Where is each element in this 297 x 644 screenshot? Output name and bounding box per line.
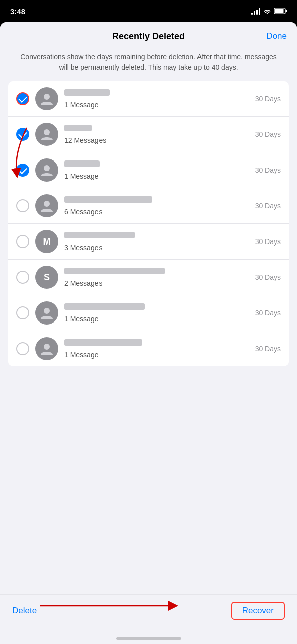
svg-point-3 [44, 94, 50, 100]
status-bar: 3:48 [0, 0, 297, 22]
conv-message-count: 6 Messages [64, 208, 255, 216]
checkbox[interactable] [16, 342, 29, 355]
conv-message-count: 1 Message [64, 315, 255, 323]
avatar: S [35, 266, 58, 289]
delete-button[interactable]: Delete [12, 606, 37, 616]
conv-info: 1 Message [64, 303, 255, 323]
conv-message-count: 1 Message [64, 351, 255, 359]
checkbox[interactable] [16, 199, 29, 212]
conv-days: 30 Days [255, 237, 281, 246]
conv-info: 1 Message [64, 89, 255, 109]
avatar: M [35, 230, 58, 253]
avatar [35, 337, 58, 360]
conv-days: 30 Days [255, 166, 281, 174]
conv-days: 30 Days [255, 95, 281, 103]
svg-point-5 [44, 165, 50, 171]
annotation-arrow-recover [40, 596, 181, 616]
conv-info: 2 Messages [64, 268, 255, 287]
time: 3:48 [10, 7, 25, 16]
conv-info: 6 Messages [64, 196, 255, 216]
svg-rect-2 [275, 9, 284, 13]
conv-message-count: 1 Message [64, 101, 255, 109]
conversation-item[interactable]: 1 Message30 Days [8, 295, 289, 331]
battery-icon [274, 7, 287, 16]
avatar [35, 87, 58, 110]
conv-days: 30 Days [255, 309, 281, 317]
svg-point-8 [44, 344, 50, 350]
done-button[interactable]: Done [266, 31, 287, 41]
checkbox[interactable] [16, 92, 29, 105]
conv-name-blurred [64, 125, 92, 131]
sheet-title: Recently Deleted [112, 31, 185, 42]
conv-name-blurred [64, 196, 152, 203]
avatar [35, 301, 58, 325]
conv-days: 30 Days [255, 273, 281, 281]
conversation-item[interactable]: M3 Messages30 Days [8, 224, 289, 260]
conversation-item[interactable]: 1 Message30 Days [8, 152, 289, 188]
checkbox[interactable] [16, 271, 29, 284]
svg-point-6 [44, 201, 50, 207]
conversation-item[interactable]: S2 Messages30 Days [8, 260, 289, 295]
conv-name-blurred [64, 160, 100, 167]
status-bar-right [251, 7, 287, 16]
checkbox[interactable] [16, 235, 29, 248]
conv-days: 30 Days [255, 202, 281, 210]
conversation-list: 1 Message30 Days12 Messages30 Days1 Mess… [8, 81, 289, 366]
svg-rect-1 [286, 10, 287, 12]
recover-button[interactable]: Recover [231, 602, 285, 620]
conv-info: 12 Messages [64, 125, 255, 144]
wifi-icon [263, 7, 271, 16]
conv-name-blurred [64, 232, 135, 238]
signal-icon [251, 8, 260, 15]
conv-message-count: 1 Message [64, 172, 255, 180]
avatar [35, 158, 58, 182]
conv-message-count: 2 Messages [64, 279, 255, 287]
conversation-item[interactable]: 12 Messages30 Days [8, 117, 289, 152]
avatar [35, 194, 58, 217]
checkbox[interactable] [16, 164, 29, 177]
svg-point-4 [44, 129, 50, 135]
conversation-item[interactable]: 6 Messages30 Days [8, 188, 289, 224]
home-indicator [116, 637, 181, 640]
conv-info: 3 Messages [64, 232, 255, 252]
conv-message-count: 12 Messages [64, 136, 255, 144]
info-text: Conversations show the days remaining be… [0, 48, 297, 81]
conversation-item[interactable]: 1 Message30 Days [8, 81, 289, 117]
conv-info: 1 Message [64, 339, 255, 359]
svg-point-7 [44, 308, 50, 314]
checkbox[interactable] [16, 128, 29, 141]
conv-name-blurred [64, 268, 165, 274]
bottom-toolbar: Delete Recover [0, 594, 297, 627]
sheet-header: Recently Deleted Done [0, 22, 297, 48]
conversation-item[interactable]: 1 Message30 Days [8, 331, 289, 366]
conv-info: 1 Message [64, 160, 255, 180]
conv-name-blurred [64, 339, 142, 346]
sheet: Recently Deleted Done Conversations show… [0, 22, 297, 644]
avatar [35, 123, 58, 146]
conv-message-count: 3 Messages [64, 244, 255, 252]
conv-days: 30 Days [255, 345, 281, 353]
conv-name-blurred [64, 89, 110, 96]
conv-days: 30 Days [255, 130, 281, 138]
checkbox[interactable] [16, 306, 29, 319]
conv-name-blurred [64, 303, 145, 310]
